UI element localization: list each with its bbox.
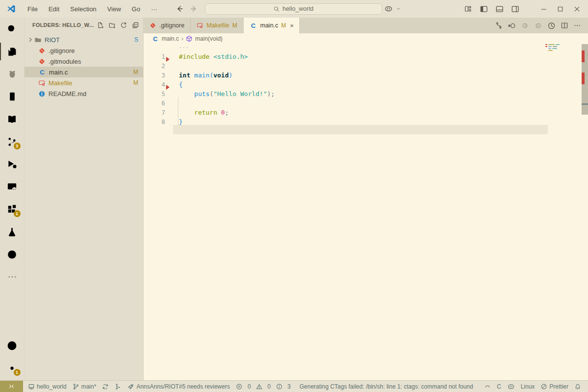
copilot-icon[interactable]: [382, 3, 395, 15]
prettier-disabled-icon: [540, 383, 547, 390]
tree-label: .gitmodules: [49, 58, 81, 65]
pull-request-status[interactable]: AnnsAnns/RIOT#5 needs reviewers: [124, 381, 233, 392]
tree-item-gitmodules[interactable]: .gitmodules: [24, 56, 143, 67]
remote-indicator[interactable]: [0, 381, 23, 392]
menu-selection[interactable]: Selection: [65, 3, 101, 15]
tab-makefile[interactable]: Makefile M: [191, 18, 244, 33]
menu-more[interactable]: ···: [146, 3, 163, 15]
toggle-secondary-sidebar-icon[interactable]: [509, 3, 521, 15]
previous-change-icon[interactable]: [508, 22, 516, 30]
menu-file[interactable]: File: [22, 3, 43, 15]
account-icon[interactable]: [0, 334, 24, 357]
activity-remote-explorer-icon[interactable]: [0, 175, 24, 198]
tab-close-icon[interactable]: ×: [290, 22, 294, 29]
customize-layout-icon[interactable]: [462, 3, 474, 15]
activity-raspberry-pi-icon[interactable]: [0, 63, 24, 85]
language-mode[interactable]: C: [494, 381, 504, 392]
prev-change-disabled-icon: [521, 22, 529, 30]
breadcrumb-separator: ›: [181, 35, 183, 42]
gitlens-status-button[interactable]: [112, 381, 124, 392]
codelens-placeholder[interactable]: ···: [144, 44, 588, 52]
menu-edit[interactable]: Edit: [43, 3, 65, 15]
line-number: 3: [144, 71, 165, 80]
git-deleted-marker[interactable]: [166, 57, 170, 62]
folder-icon: [34, 36, 42, 44]
minimize-icon[interactable]: [537, 3, 550, 15]
c-language-icon: C: [249, 22, 257, 29]
git-sync-button[interactable]: [99, 381, 112, 392]
activity-gitlens-icon[interactable]: [0, 243, 24, 266]
overview-ruler[interactable]: [582, 44, 588, 115]
collapse-all-icon[interactable]: [132, 22, 139, 29]
new-file-icon[interactable]: [97, 22, 104, 29]
editor-group: .gitignore Makefile M C main.c M ×: [144, 18, 588, 380]
refresh-icon[interactable]: [120, 22, 127, 29]
rocket-icon: [127, 383, 134, 390]
file-history-icon[interactable]: [547, 22, 556, 30]
activity-explorer-icon[interactable]: [0, 40, 24, 63]
explorer-section-title[interactable]: FOLDERS: HELLO_W...: [32, 22, 94, 28]
activity-book-icon[interactable]: [0, 108, 24, 130]
activity-run-debug-icon[interactable]: [0, 153, 24, 175]
copilot-dropdown-chevron-icon[interactable]: [396, 6, 401, 11]
git-branch-icon: [73, 383, 79, 390]
menu-view[interactable]: View: [102, 3, 126, 15]
notifications-button[interactable]: [571, 381, 584, 392]
tree-item-makefile[interactable]: Makefile M: [24, 77, 143, 88]
git-deleted-marker[interactable]: [166, 85, 170, 90]
formatter-indicator[interactable]: Prettier: [538, 381, 571, 392]
line-number: 8: [144, 117, 165, 126]
problems-indicator[interactable]: 0 0 3: [233, 381, 296, 392]
editor-more-actions-icon[interactable]: [573, 22, 581, 29]
close-icon[interactable]: [570, 3, 583, 15]
tree-item-main-c[interactable]: C main.c M: [24, 67, 143, 77]
commit-graph-icon[interactable]: [495, 22, 503, 29]
tree-item-readme[interactable]: README.md: [24, 88, 143, 99]
c-language-icon: C: [151, 35, 159, 43]
maximize-icon[interactable]: [554, 3, 566, 15]
info-icon: [276, 383, 283, 390]
code-editor[interactable]: ··· 1 #include <stdio.h> 2 3 int main(vo…: [144, 44, 588, 380]
toggle-panel-icon[interactable]: [493, 3, 506, 15]
workspace-indicator[interactable]: hello_world: [25, 381, 70, 392]
window-icon: [28, 383, 35, 390]
tab-modified-badge: M: [232, 22, 237, 29]
nav-forward-icon[interactable]: [190, 5, 198, 13]
overview-deleted-mark: [582, 73, 585, 84]
copilot-status[interactable]: [504, 381, 518, 392]
activity-source-control-icon[interactable]: 3: [0, 130, 24, 153]
code-line: 1 #include <stdio.h>: [144, 52, 588, 61]
settings-gear-icon[interactable]: 1: [0, 357, 24, 379]
nav-back-icon[interactable]: [175, 5, 183, 13]
toggle-sidebar-icon[interactable]: [477, 3, 490, 15]
activity-dev-board-icon[interactable]: [0, 85, 24, 108]
tree-item-gitignore[interactable]: .gitignore: [24, 45, 143, 56]
activity-testing-icon[interactable]: [0, 220, 24, 243]
breadcrumb-file[interactable]: main.c: [162, 35, 179, 42]
tab-main-c[interactable]: C main.c M ×: [244, 18, 300, 33]
split-editor-icon[interactable]: [561, 22, 568, 29]
warning-icon: [256, 383, 263, 390]
chevron-right-icon[interactable]: [26, 36, 34, 43]
status-message[interactable]: Generating CTags failed: /bin/sh: line 1…: [296, 381, 476, 392]
line-number: 2: [144, 61, 165, 71]
minimap[interactable]: [545, 44, 563, 54]
code-line: 8 }: [144, 117, 588, 126]
error-count: 0: [247, 383, 251, 390]
command-center-search[interactable]: hello_world: [205, 3, 382, 15]
git-branch-indicator[interactable]: main*: [70, 381, 99, 392]
activity-more-icon[interactable]: [0, 266, 24, 288]
menu-go[interactable]: Go: [126, 3, 146, 15]
activity-extensions-icon[interactable]: 1: [0, 198, 24, 220]
breadcrumb-symbol[interactable]: main(void): [195, 35, 222, 42]
os-indicator[interactable]: Linux: [518, 381, 538, 392]
indexing-indicator[interactable]: [481, 381, 494, 392]
workspace-name: hello_world: [37, 383, 67, 390]
tab-label: .gitignore: [159, 22, 184, 29]
activity-search-icon[interactable]: [0, 18, 24, 40]
tree-item-riot[interactable]: RIOT S: [24, 34, 143, 45]
tab-gitignore[interactable]: .gitignore: [144, 18, 191, 33]
makefile-icon: [38, 79, 46, 87]
new-folder-icon[interactable]: [108, 22, 116, 29]
scm-badge: 3: [14, 143, 21, 149]
